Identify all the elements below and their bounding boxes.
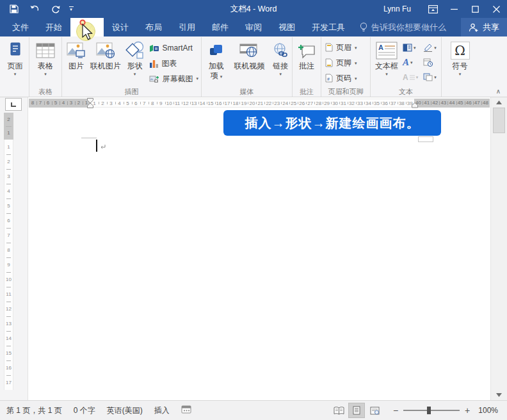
- scrollbar-thumb[interactable]: [493, 108, 505, 133]
- shapes-button[interactable]: 形状 ▾: [123, 37, 146, 86]
- chevron-down-icon: ▾: [134, 71, 136, 77]
- wordart-button[interactable]: A ▾: [401, 55, 419, 70]
- tab-references[interactable]: 引用: [170, 18, 204, 36]
- group-label-illustrations: 插图: [62, 87, 201, 97]
- ruler-tick: 17: [4, 375, 13, 390]
- chevron-down-icon: ▾: [416, 75, 419, 80]
- tab-mailings[interactable]: 邮件: [204, 18, 237, 36]
- wordart-icon: A: [403, 57, 409, 68]
- signature-line-icon: [423, 44, 433, 52]
- language-indicator[interactable]: 英语(美国): [101, 405, 149, 416]
- tab-view[interactable]: 视图: [270, 18, 303, 36]
- ruler-tick: 10: [165, 99, 173, 107]
- chevron-down-icon: ▾: [355, 60, 357, 66]
- object-button[interactable]: ▾: [422, 70, 438, 85]
- word-count[interactable]: 0 个字: [68, 405, 101, 416]
- zoom-in-button[interactable]: +: [462, 405, 472, 416]
- zoom-slider-handle[interactable]: [427, 407, 431, 414]
- shapes-label: 形状: [127, 61, 142, 71]
- page-number-button[interactable]: # 页码 ▾: [321, 70, 361, 86]
- pictures-button[interactable]: 图片: [65, 37, 88, 86]
- tab-insert[interactable]: 插入: [70, 18, 104, 36]
- ruler-tick: 8: [149, 99, 157, 107]
- links-button[interactable]: 链接 ▾: [269, 37, 292, 86]
- horizontal-ruler[interactable]: 87654321 1234567891011121314151617181920…: [29, 99, 490, 108]
- scroll-up-button[interactable]: [491, 97, 507, 107]
- chevron-down-icon: ▾: [434, 45, 437, 51]
- ribbon-display-options-button[interactable]: [422, 0, 444, 18]
- chevron-down-icon: ▾: [410, 60, 413, 65]
- indent-markers[interactable]: [86, 98, 94, 108]
- ribbon-display-options-icon: [428, 5, 438, 13]
- horizontal-ruler-main: 1234567891011121314151617181920212223242…: [90, 99, 414, 108]
- tab-developer[interactable]: 开发工具: [303, 18, 353, 36]
- zoom-slider[interactable]: [403, 410, 460, 411]
- ruler-tick: 47: [473, 99, 481, 108]
- ruler-tick: 46: [465, 99, 473, 108]
- signature-line-button[interactable]: ▾: [422, 40, 438, 55]
- symbol-button[interactable]: Ω 符号 ▾: [451, 37, 470, 86]
- collapse-ribbon-button[interactable]: ∧: [496, 88, 501, 95]
- zoom-level[interactable]: 100%: [472, 406, 498, 415]
- undo-button[interactable]: [24, 1, 45, 17]
- macro-record-button[interactable]: [175, 405, 197, 416]
- comment-button[interactable]: 批注: [297, 37, 316, 86]
- smartart-button[interactable]: SmartArt: [147, 40, 202, 56]
- insert-mode-indicator[interactable]: 插入: [149, 405, 175, 416]
- tab-home[interactable]: 开始: [37, 18, 70, 36]
- textbox-button[interactable]: A 文本框 ▾: [372, 37, 401, 86]
- close-button[interactable]: [486, 0, 507, 18]
- tab-design[interactable]: 设计: [104, 18, 137, 36]
- redo-button[interactable]: [45, 1, 65, 17]
- vertical-ruler[interactable]: 21 1234567891011121314151617: [4, 113, 13, 390]
- vertical-scrollbar[interactable]: [490, 97, 507, 400]
- ruler-tick: 9: [157, 99, 165, 107]
- minimize-button[interactable]: [444, 0, 465, 18]
- tab-stop-selector[interactable]: [5, 98, 22, 111]
- tab-review[interactable]: 审阅: [237, 18, 270, 36]
- online-video-button[interactable]: 联机视频: [230, 37, 270, 86]
- table-button[interactable]: 表格 ▾: [36, 37, 55, 86]
- scroll-down-button[interactable]: [491, 390, 507, 400]
- drop-cap-button[interactable]: A ▾: [401, 70, 419, 85]
- group-label-media: 媒体: [202, 87, 292, 97]
- print-layout-button[interactable]: [348, 403, 365, 418]
- right-indent-marker[interactable]: [411, 102, 419, 108]
- ribbon-group-text: A 文本框 ▾ ▾ A ▾ A ▾: [371, 37, 442, 97]
- date-time-button[interactable]: [422, 55, 438, 70]
- read-mode-button[interactable]: [330, 403, 347, 418]
- footer-button[interactable]: 页脚 ▾: [321, 55, 361, 70]
- quick-parts-button[interactable]: ▾: [401, 40, 419, 55]
- addins-icon: [208, 43, 225, 58]
- ruler-tick: 5: [52, 99, 60, 108]
- online-pictures-button[interactable]: 联机图片: [88, 37, 123, 86]
- paragraph-mark-icon: [100, 144, 106, 150]
- macro-record-icon: [181, 405, 191, 414]
- tell-me-box[interactable]: 告诉我你想要做什么: [353, 18, 453, 36]
- ruler-tick: 1: [4, 140, 13, 154]
- pages-button[interactable]: 页面 ▾: [8, 37, 23, 86]
- ruler-tick: 8: [4, 243, 13, 257]
- web-layout-button[interactable]: [366, 403, 383, 418]
- tab-file[interactable]: 文件: [4, 18, 37, 36]
- page-info[interactable]: 第 1 页，共 1 页: [0, 405, 68, 416]
- save-icon: [10, 4, 19, 13]
- share-button[interactable]: 共享: [461, 18, 507, 36]
- customize-qat-button[interactable]: ▾: [65, 1, 77, 17]
- zoom-out-button[interactable]: −: [390, 405, 401, 416]
- tab-layout[interactable]: 布局: [137, 18, 170, 36]
- print-layout-icon: [352, 406, 361, 415]
- ruler-tick: 16: [4, 360, 13, 375]
- save-button[interactable]: [4, 1, 24, 17]
- maximize-button[interactable]: [465, 0, 486, 18]
- header-button[interactable]: 页眉 ▾: [321, 40, 361, 55]
- document-page[interactable]: 插入→形状→新建绘画画布。: [29, 97, 490, 400]
- links-label: 链接: [273, 61, 288, 71]
- chevron-down-icon: ▾: [355, 76, 357, 81]
- ruler-tick: 21: [256, 99, 264, 107]
- screenshot-button[interactable]: 屏幕截图 ▾: [147, 71, 202, 86]
- chart-button[interactable]: 图表: [147, 56, 202, 71]
- addins-button[interactable]: 加载 项 ▾: [203, 37, 230, 86]
- footer-label: 页脚: [336, 58, 351, 69]
- ruler-tick: 45: [456, 99, 465, 108]
